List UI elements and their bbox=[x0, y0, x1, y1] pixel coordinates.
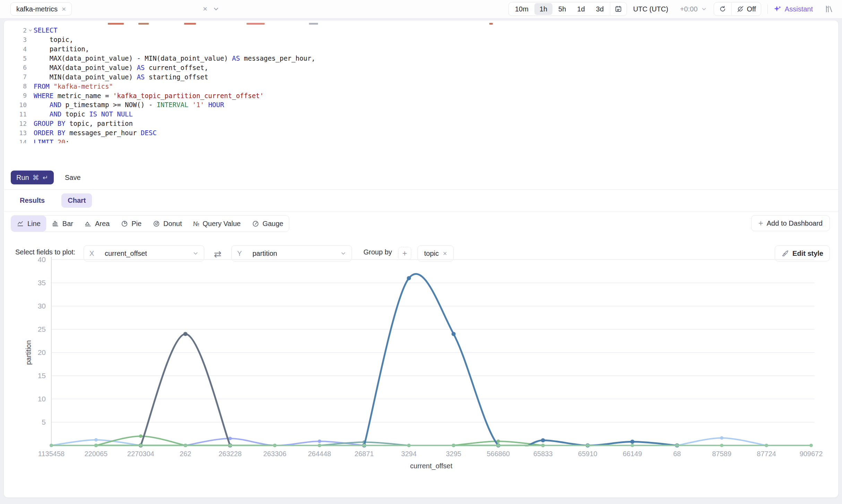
chart-type-area[interactable]: Area bbox=[79, 216, 115, 232]
code-line: 10 AND p_timestamp >= NOW() - INTERVAL '… bbox=[4, 100, 839, 110]
chart-type-qv[interactable]: №Query Value bbox=[187, 216, 246, 232]
topic-sky-blue-point bbox=[720, 436, 723, 440]
code-line: 2SELECT bbox=[4, 26, 839, 35]
topic-pale-green-point bbox=[362, 444, 366, 447]
library-button[interactable] bbox=[825, 5, 834, 14]
qv-chart-icon: № bbox=[193, 220, 199, 227]
refresh-button[interactable] bbox=[714, 2, 731, 16]
chart-type-group: LineBarAreaPieDonut№Query ValueGauge bbox=[11, 215, 289, 232]
utc-offset-select[interactable]: +0:00 bbox=[680, 5, 707, 13]
auto-refresh-off-button[interactable]: Off bbox=[732, 2, 761, 16]
x-tick-label: 65910 bbox=[578, 450, 598, 458]
topic-steel-blue-line bbox=[364, 274, 677, 452]
command-key-icon: ⌘ bbox=[33, 174, 39, 181]
clipped-code-fragment bbox=[184, 23, 196, 25]
calendar-button[interactable] bbox=[610, 2, 627, 16]
chart-type-gauge[interactable]: Gauge bbox=[246, 216, 289, 232]
add-to-dashboard-button[interactable]: + Add to Dashboard bbox=[751, 215, 830, 231]
topic-pale-green-point bbox=[497, 444, 500, 447]
line-number: 12 bbox=[4, 120, 27, 127]
tab-results[interactable]: Results bbox=[20, 197, 45, 205]
code-text: topic, bbox=[34, 36, 73, 43]
x-tick-label: 1135458 bbox=[38, 450, 65, 458]
code-text: AND topic IS NOT NULL bbox=[34, 110, 133, 118]
topic-pale-green-point bbox=[630, 444, 634, 447]
main-card: 2SELECT3 topic,4 partition,5 MAX(data_po… bbox=[3, 20, 839, 498]
line-number: 8 bbox=[4, 82, 27, 90]
topic-pale-green-point bbox=[586, 444, 590, 447]
time-range-1h[interactable]: 1h bbox=[534, 3, 552, 15]
divider bbox=[767, 4, 768, 14]
line-number: 2 bbox=[4, 27, 27, 34]
time-range-10m[interactable]: 10m bbox=[510, 3, 534, 15]
code-line: 7 MIN(data_point_value) AS starting_offs… bbox=[4, 72, 839, 81]
app: { "topbar": { "tab_label": "kafka-metric… bbox=[0, 0, 842, 504]
topic-pale-green-point bbox=[720, 444, 723, 447]
query-tab[interactable]: kafka-metrics × bbox=[10, 2, 72, 16]
chart-type-label: Bar bbox=[62, 220, 73, 228]
y-tick-label: 15 bbox=[38, 372, 46, 380]
y-tick-label: 30 bbox=[38, 302, 46, 310]
timezone-label[interactable]: UTC (UTC) bbox=[633, 5, 668, 13]
code-line: 5 MAX(data_point_value) - MIN(data_point… bbox=[4, 54, 839, 63]
time-range-3d[interactable]: 3d bbox=[591, 3, 609, 15]
code-line: 12GROUP BY topic, partition bbox=[4, 119, 839, 128]
code-text: GROUP BY topic, partition bbox=[34, 120, 133, 127]
topic-pale-green-point bbox=[273, 444, 276, 447]
close-icon[interactable]: × bbox=[203, 5, 207, 14]
chart-type-pie[interactable]: Pie bbox=[115, 216, 147, 232]
y-tick-label: 35 bbox=[38, 279, 46, 287]
code-line: 6 MAX(data_point_value) AS current_offse… bbox=[4, 63, 839, 72]
run-row: Run ⌘ ↵ Save bbox=[4, 163, 839, 189]
chart-type-line[interactable]: Line bbox=[11, 216, 46, 232]
tab-chart[interactable]: Chart bbox=[61, 193, 92, 208]
code-text: AND p_timestamp >= NOW() - INTERVAL '1' … bbox=[34, 101, 224, 108]
topic-steel-blue-point bbox=[630, 440, 634, 444]
chart-type-donut[interactable]: Donut bbox=[147, 216, 187, 232]
x-tick-label: 263306 bbox=[263, 450, 286, 458]
clipped-code-fragment bbox=[489, 23, 493, 25]
x-tick-label: 263228 bbox=[218, 450, 242, 458]
code-text: SELECT bbox=[34, 26, 58, 34]
y-tick-label: 10 bbox=[38, 395, 46, 403]
chart-type-bar[interactable]: Bar bbox=[46, 216, 79, 232]
sql-editor[interactable]: 2SELECT3 topic,4 partition,5 MAX(data_po… bbox=[4, 20, 839, 143]
save-button[interactable]: Save bbox=[61, 171, 85, 184]
refresh-group: Off bbox=[714, 2, 761, 16]
chart-type-label: Gauge bbox=[263, 220, 283, 228]
line-chart: 5101520253035401135458220065227030426226… bbox=[4, 252, 839, 477]
topic-pale-green-point bbox=[139, 444, 143, 447]
time-range-1d[interactable]: 1d bbox=[572, 3, 590, 15]
chart-type-label: Donut bbox=[163, 220, 182, 228]
results-chart-tabs: Results Chart bbox=[4, 190, 839, 211]
topic-pale-green-point bbox=[50, 444, 53, 447]
clipped-code-fragment bbox=[138, 23, 149, 25]
topic-pale-green-point bbox=[184, 444, 187, 447]
x-tick-label: 87589 bbox=[712, 450, 731, 458]
plus-icon: + bbox=[758, 218, 763, 228]
fold-chevron-icon[interactable] bbox=[27, 28, 34, 33]
topic-pale-green-point bbox=[407, 444, 411, 447]
line-number: 11 bbox=[4, 111, 27, 118]
topic-steel-blue-point bbox=[452, 332, 456, 336]
y-tick-label: 40 bbox=[38, 255, 46, 263]
chevron-down-icon[interactable] bbox=[213, 6, 219, 12]
topic-sky-blue-point bbox=[94, 438, 98, 442]
time-range-5h[interactable]: 5h bbox=[553, 3, 571, 15]
line-number: 5 bbox=[4, 55, 27, 62]
run-button[interactable]: Run ⌘ ↵ bbox=[11, 171, 54, 184]
x-tick-label: 220065 bbox=[85, 450, 108, 458]
close-tab-icon[interactable]: × bbox=[62, 5, 66, 13]
code-text: MAX(data_point_value) - MIN(data_point_v… bbox=[34, 54, 315, 62]
code-line: 11 AND topic IS NOT NULL bbox=[4, 110, 839, 119]
calendar-icon bbox=[615, 5, 622, 13]
y-axis-title: partition bbox=[25, 340, 32, 365]
line-number: 6 bbox=[4, 64, 27, 71]
topic-pale-green-point bbox=[94, 444, 98, 447]
topic-pale-green-point bbox=[675, 444, 679, 447]
line-number: 9 bbox=[4, 92, 27, 99]
assistant-button[interactable]: Assistant bbox=[773, 5, 813, 13]
line-number: 10 bbox=[4, 101, 27, 108]
chevron-down-icon bbox=[701, 6, 707, 12]
refresh-off-label: Off bbox=[747, 5, 756, 13]
